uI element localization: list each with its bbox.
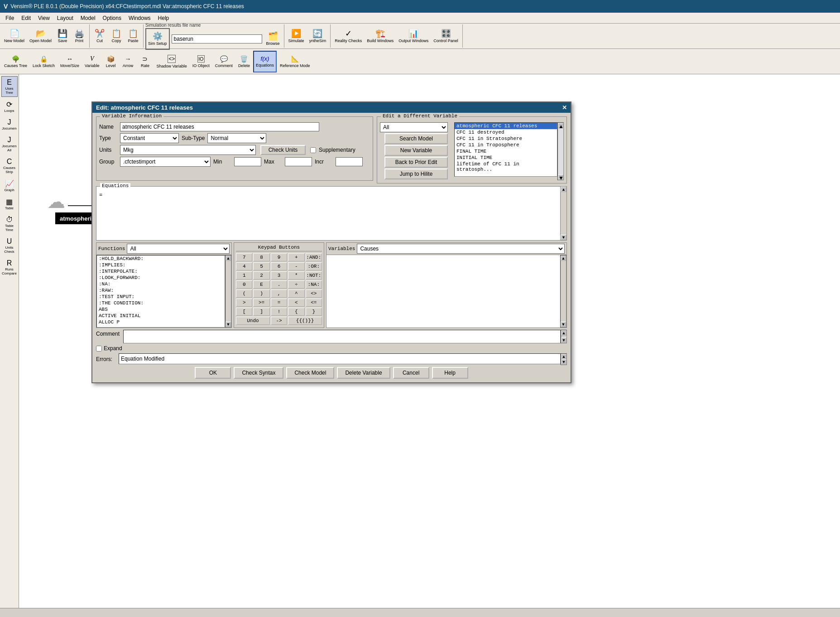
kp-3[interactable]: 3 [271, 271, 287, 280]
move-size-button[interactable]: ↔️ Move/Size [58, 51, 82, 72]
max-input[interactable] [285, 157, 312, 166]
canvas-area[interactable]: ☁ CFC 11 in Troposphere migration to str… [19, 74, 840, 608]
kp-minus[interactable]: - [288, 262, 304, 270]
units-select[interactable]: Mkg [120, 145, 256, 155]
func-scroll-down[interactable]: ▼ [226, 322, 231, 327]
vars-scrollbar[interactable]: ▲ ▼ [560, 255, 566, 328]
errors-scroll-up[interactable]: ▲ [561, 354, 566, 359]
menu-view[interactable]: View [34, 14, 53, 22]
scrollbar-up-arrow[interactable]: ▲ [558, 123, 563, 128]
equations-scrollbar[interactable]: ▲ ▼ [560, 187, 566, 240]
back-to-prior-button[interactable]: Back to Prior Edit [384, 157, 448, 168]
kp-6[interactable]: 6 [271, 262, 287, 270]
jump-to-hilite-button[interactable]: Jump to Hilite [384, 169, 448, 179]
kp-and[interactable]: :AND: [306, 253, 322, 261]
control-panel-button[interactable]: 🎛️ Control Panel [431, 25, 461, 47]
kp-dot[interactable]: . [271, 280, 287, 289]
kp-lt[interactable]: < [288, 299, 304, 307]
kp-close-paren[interactable]: ) [253, 289, 269, 298]
menu-model[interactable]: Model [77, 14, 99, 22]
kp-1[interactable]: 1 [236, 271, 252, 280]
reference-mode-button[interactable]: 📐 Reference Mode [278, 51, 312, 72]
group-select[interactable]: .cfctestimport [120, 157, 211, 167]
name-input[interactable] [120, 122, 319, 131]
var-list-item-2[interactable]: CFC 11 in Stratosphere [455, 135, 557, 142]
func-item-9[interactable]: ACTIVE INITIAL [97, 313, 225, 319]
comment-scroll-up[interactable]: ▲ [561, 330, 566, 336]
kp-arrow[interactable]: -> [271, 317, 287, 325]
kp-close-bracket[interactable]: ] [253, 308, 269, 316]
kp-not[interactable]: :NOT: [306, 271, 322, 280]
min-input[interactable] [234, 157, 261, 166]
simulate-button[interactable]: ▶️ Simulate [286, 25, 307, 47]
kp-0[interactable]: 0 [236, 280, 252, 289]
kp-7[interactable]: 7 [236, 253, 252, 261]
arrow-button[interactable]: → Arrow [120, 51, 136, 72]
sidebar-uses-tree[interactable]: E Uses Tree [1, 76, 18, 97]
new-model-button[interactable]: 📄 New Model [2, 25, 27, 47]
kp-angle[interactable]: <> [306, 289, 322, 298]
func-item-6[interactable]: :TEST INPUT: [97, 294, 225, 300]
kp-gt[interactable]: > [236, 299, 252, 307]
sidebar-jocumen-all[interactable]: J Jocumen All [1, 134, 18, 154]
functions-filter-select[interactable]: All [127, 244, 230, 254]
kp-gte[interactable]: >= [253, 299, 269, 307]
check-model-button[interactable]: Check Model [286, 367, 334, 379]
copy-button[interactable]: 📋 Copy [108, 25, 125, 47]
level-button[interactable]: 📦 Level [102, 51, 119, 72]
all-select[interactable]: All [380, 122, 448, 132]
variable-button[interactable]: V Variable [82, 51, 101, 72]
sim-filename-input[interactable] [172, 34, 262, 43]
menu-edit[interactable]: Edit [18, 14, 34, 22]
new-variable-button[interactable]: New Variable [384, 145, 448, 156]
kp-e[interactable]: E [253, 280, 269, 289]
sidebar-table-time[interactable]: ⏱ Table Time [1, 213, 18, 234]
kp-divide[interactable]: ÷ [288, 280, 304, 289]
kp-undo[interactable]: Undo [236, 317, 270, 325]
equations-button[interactable]: f(x) Equations [253, 51, 277, 72]
kp-plus[interactable]: + [288, 253, 304, 261]
kp-open-brace[interactable]: { [288, 308, 304, 316]
help-button[interactable]: Help [432, 367, 468, 379]
cut-button[interactable]: ✂️ Cut [91, 25, 108, 47]
print-button[interactable]: 🖨️ Print [71, 25, 87, 47]
causes-tree-button[interactable]: 🌳 Causes Tree [2, 51, 29, 72]
output-windows-button[interactable]: 📊 Output Windows [396, 25, 431, 47]
comment-textarea[interactable] [123, 330, 561, 343]
shadow-variable-button[interactable]: <> Shadow Variable [154, 51, 189, 72]
lock-sketch-button[interactable]: 🔒 Lock Sketch [30, 51, 57, 72]
kp-exclaim[interactable]: ! [271, 308, 287, 316]
menu-options[interactable]: Options [99, 14, 125, 22]
supplementary-checkbox[interactable] [310, 147, 316, 153]
sidebar-graph[interactable]: 📈 Graph [1, 177, 18, 194]
sidebar-units-check[interactable]: U Units Check [1, 235, 18, 256]
open-model-button[interactable]: 📂 Open Model [27, 25, 54, 47]
kp-open-paren[interactable]: ( [236, 289, 252, 298]
kp-9[interactable]: 9 [271, 253, 287, 261]
kp-open-bracket[interactable]: [ [236, 308, 252, 316]
paste-button[interactable]: 📋 Paste [125, 25, 141, 47]
kp-2[interactable]: 2 [253, 271, 269, 280]
type-select[interactable]: Constant [120, 133, 179, 143]
kp-special[interactable]: {{()}} [288, 317, 322, 325]
kp-comma[interactable]: , [271, 289, 287, 298]
comment-scrollbar[interactable]: ▲ ▼ [561, 330, 567, 343]
var-list-item-1[interactable]: CFC 11 destroyed [455, 129, 557, 135]
kp-or[interactable]: :OR: [306, 262, 322, 270]
sidebar-loops[interactable]: ⟳ Loops [1, 98, 18, 115]
func-item-3[interactable]: :LOOK_FORWARD: [97, 275, 225, 281]
errors-scroll-down[interactable]: ▼ [561, 359, 566, 365]
cancel-button[interactable]: Cancel [393, 367, 429, 379]
sim-setup-button[interactable]: ⚙️ Sim Setup [145, 28, 170, 50]
sidebar-jocumen[interactable]: J Jocumen [1, 116, 18, 133]
ynthesim-button[interactable]: 🔄 yntheSim [307, 25, 329, 47]
func-item-0[interactable]: :HOLD_BACKWARD: [97, 255, 225, 262]
sidebar-causes-strip[interactable]: C Causes Strip [1, 155, 18, 176]
var-list-item-4[interactable]: FINAL TIME [455, 148, 557, 154]
build-windows-button[interactable]: 🏗️ Build Windows [365, 25, 396, 47]
kp-close-brace[interactable]: } [306, 308, 322, 316]
sidebar-table[interactable]: ▦ Table [1, 195, 18, 212]
func-item-4[interactable]: :NA: [97, 281, 225, 287]
vars-scroll-up[interactable]: ▲ [561, 255, 566, 261]
errors-scrollbar[interactable]: ▲ ▼ [561, 353, 567, 365]
